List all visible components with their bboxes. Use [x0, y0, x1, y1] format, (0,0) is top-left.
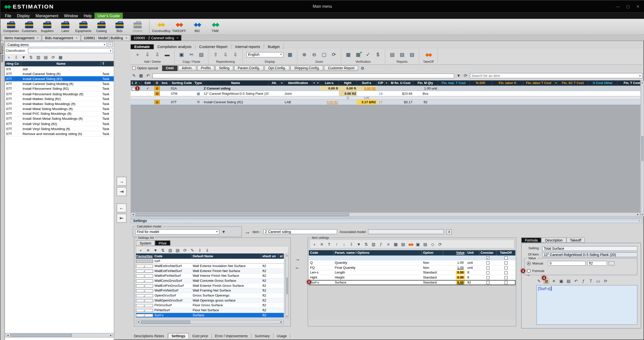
save-item-icon[interactable]: ▦ [138, 73, 144, 78]
move-right-all-button[interactable]: ⇥ [117, 187, 126, 196]
dollar-icon[interactable]: $ [375, 52, 381, 57]
columns-icon[interactable]: ▥ [36, 54, 41, 60]
unit-picker-button[interactable]: ... [609, 261, 614, 266]
config-tab-button[interactable]: Admin. [178, 66, 196, 71]
catalog-row[interactable]: 07T Install Vinyl Siding Moulding (ft) T… [5, 126, 114, 132]
takeoff-checkbox[interactable] [504, 266, 508, 269]
item-settings-row[interactable]: ✓ [309, 256, 515, 260]
grid-header-cell[interactable]: + [554, 80, 558, 86]
param-value[interactable]: 1.00 [456, 266, 465, 270]
scroll-thumb[interactable] [10, 334, 72, 336]
copy-icon[interactable]: ▣ [178, 52, 185, 57]
clear-model-button[interactable]: X [447, 229, 452, 234]
zoom-refresh-icon[interactable]: ⟳ [331, 52, 337, 57]
grid-header-cell[interactable]: + [316, 80, 320, 86]
manual-unit-field[interactable]: ft2 [587, 261, 607, 266]
search-item-combo[interactable]: Search for an item [470, 73, 642, 78]
close-tab-icon[interactable]: × [177, 36, 179, 40]
document-tab[interactable]: 108861 : Model | Building × [81, 35, 130, 40]
columns-icon[interactable]: ▥ [168, 248, 173, 253]
app-toolbar-item[interactable]: Equipments [74, 21, 92, 33]
grid-header-cell[interactable]: Incl. [160, 80, 170, 86]
app-toolbar-item[interactable]: Bids [111, 21, 129, 33]
toggle-icon[interactable]: ▬ [164, 52, 170, 57]
settings-list-row[interactable]: ✓ OpenGrssSurf Gross Surface Openings ft… [136, 293, 284, 298]
settings-list-header-cell[interactable]: Code [153, 254, 191, 259]
catalog-items-combo[interactable]: Catalog items [6, 42, 107, 47]
app-toolbar-item[interactable]: Companies [2, 21, 20, 33]
grid-header-cell[interactable]: M fin. U Cost [389, 80, 413, 86]
menu-item[interactable]: Display [14, 12, 33, 19]
refresh-icon[interactable]: ⟳ [437, 242, 443, 247]
print-icon[interactable]: ▤ [43, 54, 48, 60]
grid-header-cell[interactable]: Alt. [269, 80, 280, 86]
settings-list-tab[interactable]: Prive [155, 240, 170, 246]
app-toolbar-item[interactable]: Orders [129, 21, 147, 33]
item-settings-header-cell[interactable]: Value [443, 250, 466, 256]
minimize-button[interactable]: — [616, 4, 620, 8]
move-right-button[interactable]: → [117, 177, 126, 186]
add-item-icon[interactable]: ＋ [6, 54, 12, 60]
filter-grid-icon[interactable]: ▼ [456, 73, 461, 78]
of-item-field[interactable]: 12" Canexel RidgeWood D-5 Siding Plank (… [542, 252, 637, 257]
import-icon[interactable]: ⇩ [349, 242, 354, 247]
grid-header-cell[interactable]: + [385, 80, 389, 86]
document-icon[interactable]: ▤ [401, 242, 406, 247]
item-settings-row[interactable]: Surf-s Surface Standard 0.00 ft2 [309, 280, 515, 285]
grid-header-cell[interactable]: Hght [339, 80, 357, 86]
bottom-tab[interactable]: Descriptions /Notes [131, 334, 168, 338]
settings-list-row[interactable]: ✓ FlrGrssSurf Floor Gross Surface ft2 [136, 303, 284, 308]
item-settings-row[interactable]: Q Quantity Non 1.00 unit [309, 260, 515, 266]
constant-checkbox[interactable] [486, 266, 490, 269]
favourite-checkbox[interactable]: ✓ [136, 314, 153, 317]
catalog-row[interactable]: 07T Install Sheet Metal Siding Mouldings… [5, 116, 114, 122]
option-special-checkbox[interactable] [132, 66, 136, 70]
classification-combo[interactable] [28, 48, 113, 53]
refresh-icon[interactable]: ⟳ [51, 54, 56, 60]
settings-list-tab[interactable]: System [136, 240, 155, 246]
grid-vscrollbar[interactable]: ▲ ▼ [641, 80, 644, 217]
tag-icon[interactable]: ◇ [430, 242, 435, 247]
columns-icon[interactable]: ▥ [371, 242, 376, 247]
refresh-grid-icon[interactable]: ⟳ [463, 73, 468, 78]
item-settings-header-cell[interactable]: Param. name / Options [334, 250, 422, 256]
grid-header-cell[interactable]: 1 [131, 80, 134, 86]
config-tab-button[interactable]: Param.Config. [234, 66, 264, 71]
option-flag[interactable]: O [154, 86, 160, 90]
item-settings-header-cell[interactable]: Option [422, 250, 443, 256]
clear-formula-icon[interactable]: ✕ [551, 278, 556, 284]
scroll-up-icon[interactable]: ▲ [641, 81, 643, 84]
grid-header-cell[interactable]: Identification [284, 80, 312, 86]
grid-header-cell[interactable]: Surf-s [357, 80, 377, 86]
sort-icon[interactable]: ⇅ [364, 242, 369, 247]
settings-list-header-cell[interactable]: efault un [261, 254, 278, 259]
settings-list-hscrollbar[interactable]: ◄ ► [136, 320, 284, 324]
cp-cell[interactable]: 18 [377, 91, 385, 96]
report-icon[interactable]: ▤ [389, 52, 396, 57]
scroll-right-icon[interactable]: ► [109, 334, 113, 336]
formula-panel-tab[interactable]: Formula [521, 238, 541, 243]
catalog-hscrollbar[interactable]: ◄ ► [5, 333, 113, 338]
scroll-thumb[interactable] [141, 320, 190, 323]
row-included-checkbox[interactable]: ✓ [142, 86, 154, 91]
find-model-combo[interactable]: Find for model [135, 229, 219, 234]
param-value[interactable]: 0.00 [456, 271, 465, 274]
filter-checkbox[interactable] [136, 260, 153, 263]
item-settings-row[interactable]: Hght Height Standard 0.00 ft [309, 275, 515, 280]
edit-formula-icon[interactable]: ✎ [536, 278, 542, 284]
bottom-tab[interactable]: Error / Improvements [212, 334, 251, 338]
favourite-checkbox[interactable]: ✓ [136, 308, 153, 312]
grid-header-cell[interactable]: - [138, 80, 142, 86]
grid-header-cell[interactable]: + [312, 80, 316, 86]
constant-checkbox[interactable] [486, 271, 490, 274]
item-settings-header-cell[interactable]: Unit [466, 250, 479, 256]
catalog-row[interactable]: 07T Install Metal Siding Mouldings (ft) … [5, 106, 114, 112]
grid-header-cell[interactable]: Fin. M Qty [413, 80, 438, 86]
download-icon[interactable]: ⇓ [205, 248, 210, 253]
scroll-thumb[interactable] [286, 278, 288, 294]
settings-list-header-cell[interactable]: Default Name [191, 254, 261, 259]
associated-model-field[interactable] [368, 229, 444, 234]
catalog-row[interactable]: 07T Install Fibrocement Siding Mouldings… [5, 92, 114, 96]
config-tab-button[interactable]: Cost [162, 66, 177, 71]
item-name-cell[interactable]: Install Canexel Siding (ft2) [203, 100, 269, 105]
